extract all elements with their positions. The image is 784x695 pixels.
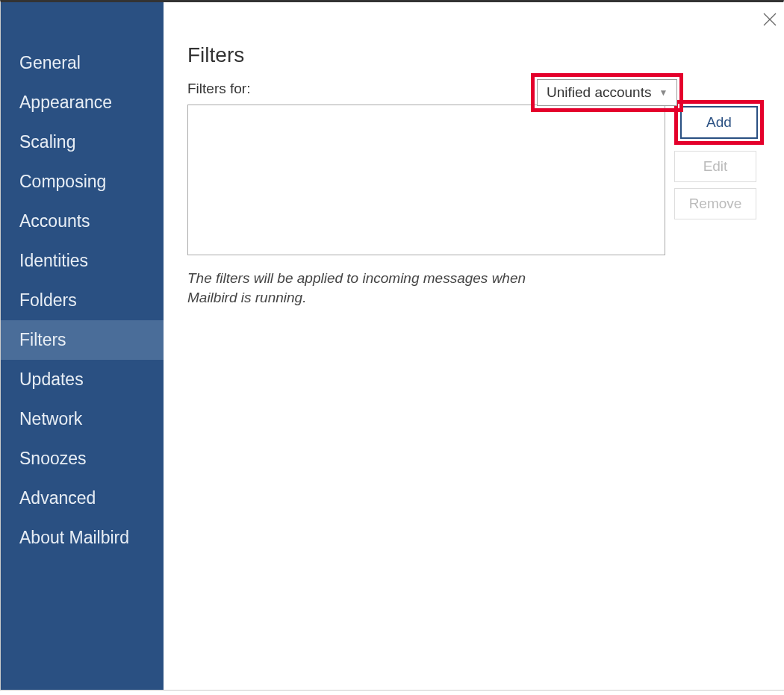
sidebar-item-about[interactable]: About Mailbird: [1, 518, 164, 558]
sidebar-item-accounts[interactable]: Accounts: [1, 202, 164, 241]
close-button[interactable]: [763, 13, 777, 29]
sidebar-item-snoozes[interactable]: Snoozes: [1, 439, 164, 479]
sidebar-item-folders[interactable]: Folders: [1, 281, 164, 320]
help-text: The filters will be applied to incoming …: [187, 269, 576, 307]
sidebar-item-network[interactable]: Network: [1, 399, 164, 439]
sidebar-item-advanced[interactable]: Advanced: [1, 479, 164, 518]
filters-for-row: Filters for: Unified accounts ▼: [187, 81, 768, 97]
edit-button: Edit: [674, 151, 756, 182]
filters-content-row: Add Edit Remove: [187, 105, 768, 255]
remove-button: Remove: [674, 188, 756, 219]
sidebar-item-filters[interactable]: Filters: [1, 320, 164, 360]
sidebar-item-updates[interactable]: Updates: [1, 360, 164, 399]
settings-window: General Appearance Scaling Composing Acc…: [0, 0, 784, 691]
close-icon: [763, 13, 777, 26]
filter-buttons-column: Add Edit Remove: [674, 100, 768, 219]
sidebar-item-general[interactable]: General: [1, 43, 164, 83]
filters-for-label: Filters for:: [187, 81, 250, 97]
page-title: Filters: [187, 43, 768, 67]
chevron-down-icon: ▼: [659, 87, 668, 98]
sidebar-item-scaling[interactable]: Scaling: [1, 122, 164, 162]
main-panel: Filters Filters for: Unified accounts ▼ …: [164, 2, 784, 690]
highlight-account-dropdown: Unified accounts ▼: [531, 73, 683, 112]
account-dropdown[interactable]: Unified accounts ▼: [537, 79, 677, 106]
account-dropdown-value: Unified accounts: [547, 84, 651, 101]
sidebar-item-composing[interactable]: Composing: [1, 162, 164, 202]
add-button[interactable]: Add: [680, 106, 758, 139]
sidebar-item-appearance[interactable]: Appearance: [1, 83, 164, 122]
settings-sidebar: General Appearance Scaling Composing Acc…: [1, 2, 164, 690]
highlight-add-button: Add: [674, 100, 764, 145]
sidebar-item-identities[interactable]: Identities: [1, 241, 164, 281]
filter-list[interactable]: [187, 105, 665, 255]
